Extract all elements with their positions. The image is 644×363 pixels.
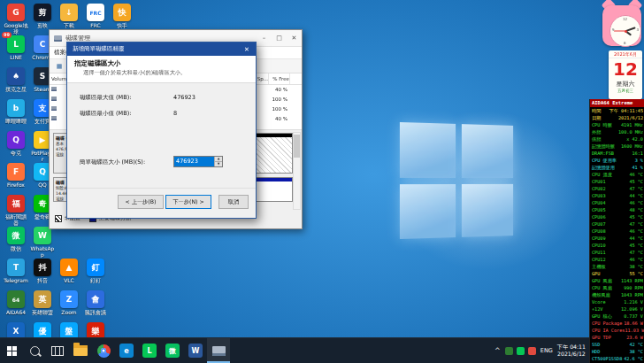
sensor-line: +12V12.096 V bbox=[590, 305, 644, 313]
desktop-icon-telegram[interactable]: TTelegram bbox=[4, 259, 28, 283]
clock-number: 3 bbox=[636, 27, 639, 32]
disk-management-icon bbox=[212, 346, 226, 356]
desktop-icon-dingtalk[interactable]: 釘釘釘 bbox=[83, 259, 108, 283]
aida64-icon: 64 bbox=[7, 290, 25, 308]
taskbar-app-disk-management[interactable] bbox=[207, 338, 230, 363]
sensor-line: 倍頻x 42.0 bbox=[590, 135, 644, 143]
sensor-line: CPU1246 °C bbox=[590, 256, 644, 263]
taskbar-app-file-explorer[interactable] bbox=[69, 338, 92, 363]
console-icon[interactable]: ▦ bbox=[53, 60, 65, 72]
kuaishou-icon: 快 bbox=[113, 4, 131, 21]
desktop-icon-wechat[interactable]: 微微信 bbox=[4, 227, 28, 251]
desktop-icon-label: 下載 bbox=[57, 22, 81, 28]
volume-size-value[interactable]: 476923 bbox=[174, 157, 214, 166]
sensor-line: GPU 核心0.737 V bbox=[590, 313, 644, 320]
scrollbar[interactable] bbox=[293, 132, 301, 210]
desktop-icon-line[interactable]: L99LINE bbox=[4, 35, 28, 60]
desktop-icon-zoom[interactable]: ZZoom bbox=[57, 290, 81, 315]
desktop-icon-frc[interactable]: FRCFRC bbox=[83, 4, 108, 28]
desktop-icon-meeting[interactable]: 會騰訊會議 bbox=[83, 290, 108, 315]
desktop-root: GGoogle地球剪剪映↓下載FRCFRC快快手L99LINE♠撲克之星b嗶哩嗶… bbox=[0, 0, 644, 363]
spinner-down-icon[interactable]: ▼ bbox=[214, 161, 222, 166]
desktop-icon-quark[interactable]: Q夸克 bbox=[4, 131, 28, 156]
taskbar-time: 下午 04:11 bbox=[557, 344, 586, 351]
back-button[interactable]: < 上一步(B) bbox=[118, 195, 164, 209]
chrome-icon bbox=[97, 344, 111, 358]
maximize-button[interactable]: □ bbox=[272, 31, 287, 46]
sensor-line: CPU0247 °C bbox=[590, 185, 644, 192]
sensor-line: CPU 溫度46 °C bbox=[590, 171, 644, 178]
sensor-line: CPU1045 °C bbox=[590, 242, 644, 249]
meeting-icon: 會 bbox=[87, 290, 104, 308]
firefox-icon: F bbox=[7, 163, 25, 181]
taskbar-app-chrome[interactable] bbox=[92, 338, 115, 363]
taskbar-clock[interactable]: 下午 04:11 2021/6/12 bbox=[557, 344, 586, 358]
pokerstars-icon: ♠ bbox=[7, 67, 25, 85]
desktop-icon-google-earth[interactable]: GGoogle地球 bbox=[4, 4, 28, 35]
field-value: 476923 bbox=[173, 94, 196, 101]
sensor-line: Vcore1.216 V bbox=[590, 298, 644, 305]
desktop-icon-douyin[interactable]: 抖抖音 bbox=[30, 259, 55, 283]
desktop-icon-vlc[interactable]: ▲VLC bbox=[57, 259, 81, 283]
sensor-line: 主機板38 °C bbox=[590, 263, 644, 270]
dialog-titlebar[interactable]: 新增簡單磁碟區精靈 ✕ bbox=[67, 42, 256, 56]
column-header[interactable]: % Free bbox=[269, 73, 290, 84]
desktop-icon-downloads[interactable]: ↓下載 bbox=[57, 4, 81, 28]
windows-start-icon bbox=[7, 346, 17, 356]
clock-pin bbox=[625, 30, 627, 33]
sensor-line: 機殼風扇1043 RPM bbox=[590, 291, 644, 298]
desktop-icon-label: Telegram bbox=[4, 277, 28, 283]
volume-cell: 100 % bbox=[269, 104, 290, 114]
ime-indicator[interactable]: ENG bbox=[540, 347, 553, 354]
sensor-line: HDD38 °C bbox=[590, 348, 644, 355]
scrollbar-thumb[interactable] bbox=[294, 135, 300, 158]
search-icon bbox=[30, 346, 40, 356]
next-button[interactable]: 下一步(N) > bbox=[165, 195, 211, 209]
wizard-heading: 指定磁碟區大小 bbox=[67, 56, 256, 69]
desktop-icon-label: 快手 bbox=[110, 22, 134, 28]
tray-security-icon[interactable] bbox=[528, 347, 536, 355]
cat-clock-widget: 12 3 6 9 bbox=[600, 0, 644, 50]
sensor-line: CPU0645 °C bbox=[590, 213, 644, 220]
search-button[interactable] bbox=[23, 338, 46, 363]
cancel-button[interactable]: 取消 bbox=[218, 195, 249, 209]
word-icon: W bbox=[188, 344, 203, 358]
taskbar-app-edge[interactable]: e bbox=[115, 338, 138, 363]
edge-icon: e bbox=[119, 344, 134, 358]
sensor-line: 外頻100.0 MHz bbox=[590, 128, 644, 135]
volume-icon bbox=[51, 116, 57, 120]
minimize-button[interactable]: – bbox=[257, 31, 272, 46]
google-earth-icon: G bbox=[7, 4, 25, 21]
start-button[interactable] bbox=[0, 338, 23, 363]
desktop-icon-foxit[interactable]: 福福昕閱讀器 bbox=[4, 195, 28, 226]
tray-line-icon[interactable] bbox=[517, 347, 525, 355]
desktop-icon-jianying[interactable]: 剪剪映 bbox=[30, 4, 55, 28]
aida64-sensor-panel: AIDA64 Extreme 時間下午 04:11:45日期2021/6/12C… bbox=[589, 99, 644, 363]
desktop-icon-pokerstars[interactable]: ♠撲克之星 bbox=[4, 67, 28, 92]
vlc-icon: ▲ bbox=[60, 259, 78, 276]
taskbar-app-wechat[interactable]: 微 bbox=[161, 338, 184, 363]
desktop-icon-bilibili[interactable]: b嗶哩嗶哩 bbox=[4, 99, 28, 124]
desktop-icon-aida64[interactable]: 64AIDA64 bbox=[4, 290, 28, 315]
desktop-icon-label: 抖音 bbox=[30, 277, 55, 283]
sensor-line: DRAM:FSB16:1 bbox=[590, 150, 644, 157]
tray-aida64-icon[interactable] bbox=[505, 347, 513, 355]
calendar-month: 2021年6月 bbox=[609, 50, 642, 58]
taskbar-app-line[interactable]: L bbox=[138, 338, 161, 363]
volume-cell: 40 % bbox=[269, 85, 290, 95]
desktop-icon-label: 釘釘 bbox=[83, 277, 108, 283]
close-icon[interactable]: ✕ bbox=[238, 42, 256, 56]
desktop-icon-lol[interactable]: 英英雄聯盟 bbox=[30, 290, 55, 315]
taskbar-app-word[interactable]: W bbox=[184, 338, 207, 363]
desktop-icon-kuaishou[interactable]: 快快手 bbox=[110, 4, 134, 28]
close-button[interactable]: ✕ bbox=[287, 31, 302, 46]
calendar-day: 12 bbox=[609, 58, 642, 80]
task-view-button[interactable] bbox=[46, 338, 69, 363]
desktop-icon-label: 微信 bbox=[4, 245, 28, 251]
tray-expand-icon[interactable]: ^ bbox=[494, 347, 501, 355]
zoom-icon: Z bbox=[60, 290, 78, 308]
desktop-icon-whatsapp[interactable]: WWhatsApp bbox=[30, 227, 55, 258]
sensor-line: CPU 使用率3 % bbox=[590, 157, 644, 164]
desktop-icon-firefox[interactable]: FFirefox bbox=[4, 163, 28, 188]
volume-size-spinner[interactable]: 476923 ▲ ▼ bbox=[173, 156, 223, 167]
